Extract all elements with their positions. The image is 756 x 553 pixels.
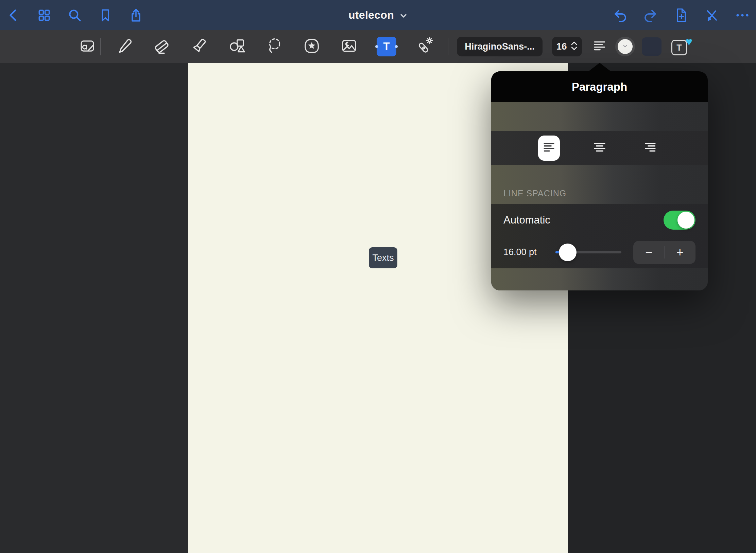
laser-pointer-icon: [414, 36, 433, 57]
alignment-row: [491, 131, 708, 165]
font-name-label: HiraginoSans-...: [465, 41, 535, 52]
selection-handle: [395, 45, 398, 48]
share-icon: [128, 7, 144, 23]
align-lines-icon: [592, 38, 607, 55]
convert-handwriting-tool[interactable]: [77, 30, 98, 63]
pages-overview-button[interactable]: [35, 6, 53, 24]
nav-right-group: [611, 0, 751, 30]
line-spacing-section-header: LINE SPACING: [491, 165, 708, 204]
text-tool[interactable]: T: [376, 30, 397, 63]
shapes-icon: [227, 36, 246, 57]
line-spacing-label: LINE SPACING: [503, 189, 695, 198]
bookmark-button[interactable]: [97, 6, 114, 24]
align-right-button[interactable]: [639, 136, 661, 161]
align-right-icon: [643, 140, 657, 156]
align-center-button[interactable]: [589, 136, 611, 161]
elements-tool[interactable]: [302, 30, 322, 63]
image-icon: [340, 36, 359, 57]
pen-slash-icon: [704, 7, 720, 23]
popover-title: Paragraph: [491, 71, 708, 102]
share-button[interactable]: [127, 6, 145, 24]
grid-icon: [36, 7, 52, 23]
automatic-row: Automatic: [491, 204, 708, 236]
spacing-stepper: − +: [633, 241, 695, 264]
highlighter-icon: [190, 36, 209, 57]
decrease-spacing-button[interactable]: −: [633, 241, 665, 264]
more-button[interactable]: [734, 6, 751, 24]
lasso-tool[interactable]: [264, 30, 285, 63]
dimmed-color-swatch: [642, 30, 662, 63]
more-icon: [734, 7, 751, 23]
popover-bottom-section: [491, 268, 708, 290]
spacing-slider-row: 16.00 pt − +: [491, 236, 708, 268]
popover-arrow: [588, 63, 611, 72]
back-button[interactable]: [5, 6, 22, 24]
convert-handwriting-icon: [79, 37, 96, 56]
bookmark-icon: [98, 7, 113, 23]
text-color-well[interactable]: [615, 30, 635, 63]
pen-tool[interactable]: [114, 30, 134, 63]
shapes-tool[interactable]: [227, 30, 247, 63]
highlighter-tool[interactable]: [189, 30, 209, 63]
text-tool-glyph: T: [383, 40, 390, 53]
increase-spacing-button[interactable]: +: [665, 241, 696, 264]
align-left-button[interactable]: [538, 136, 560, 161]
toolbar-divider: [448, 38, 448, 55]
automatic-label: Automatic: [503, 214, 664, 226]
add-page-button[interactable]: [672, 6, 690, 24]
font-picker[interactable]: HiraginoSans-...: [457, 30, 543, 63]
align-left-icon: [542, 140, 556, 156]
align-center-icon: [592, 140, 607, 156]
navigation-bar: utelecon: [0, 0, 756, 30]
line-spacing-controls: Automatic 16.00 pt − +: [491, 204, 708, 268]
chevron-up-down-icon: [570, 40, 578, 53]
lasso-icon: [265, 36, 284, 57]
undo-button[interactable]: [611, 6, 629, 24]
eraser-icon: [152, 36, 171, 57]
document-title[interactable]: utelecon: [348, 9, 394, 21]
selection-handle: [375, 45, 378, 48]
redo-icon: [642, 7, 659, 23]
slider-knob[interactable]: [559, 244, 577, 261]
back-icon: [6, 7, 21, 23]
chevron-down-icon: [622, 43, 628, 50]
redo-button[interactable]: [642, 6, 659, 24]
spacing-slider[interactable]: [550, 243, 626, 262]
paragraph-popover: Paragraph LINE SPACING Automatic: [491, 71, 708, 290]
search-button[interactable]: [66, 6, 84, 24]
toolbar-divider: [100, 38, 101, 55]
laser-pointer-tool[interactable]: [414, 30, 434, 63]
image-tool[interactable]: [339, 30, 359, 63]
paragraph-alignment-button[interactable]: [591, 30, 608, 63]
add-page-icon: [673, 7, 689, 23]
nav-left-group: [5, 0, 145, 30]
search-icon: [67, 7, 83, 23]
sticker-star-icon: [302, 36, 321, 57]
pen-disabled-button[interactable]: [703, 6, 721, 24]
font-size-stepper[interactable]: 16: [552, 30, 582, 63]
pen-icon: [115, 36, 134, 57]
editing-toolbar: T HiraginoSans-... 16: [0, 30, 756, 63]
heart-icon: ♥: [686, 36, 692, 47]
chevron-down-icon: [399, 12, 408, 21]
toggle-knob: [677, 212, 694, 229]
app-screen: utelecon: [0, 0, 756, 553]
selected-text-object[interactable]: Texts: [369, 247, 397, 268]
undo-icon: [612, 7, 628, 23]
font-size-value: 16: [556, 41, 567, 52]
automatic-toggle[interactable]: [664, 211, 695, 230]
spacing-value-label: 16.00 pt: [503, 247, 544, 257]
canvas-area[interactable]: Texts Paragraph LINE SPACING: [0, 63, 756, 553]
text-style-icon: T: [671, 40, 687, 55]
stepper-divider: [665, 246, 665, 258]
favorite-text-style-button[interactable]: T ♥: [671, 30, 689, 63]
eraser-tool[interactable]: [152, 30, 172, 63]
popover-section-gap: [491, 102, 708, 131]
text-tool-selected: T: [377, 37, 396, 56]
